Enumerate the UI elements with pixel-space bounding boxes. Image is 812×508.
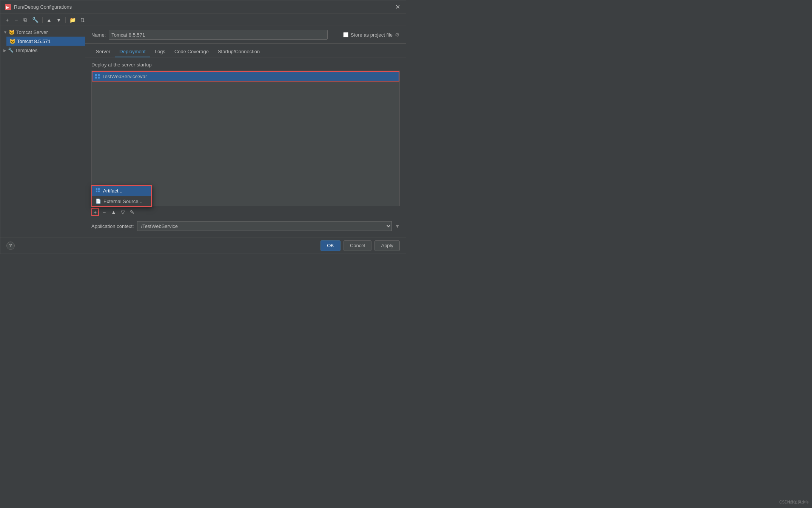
title-bar: ▶ Run/Debug Configurations ✕ (0, 0, 406, 14)
app-icon: ▶ (5, 4, 11, 10)
tab-code-coverage[interactable]: Code Coverage (170, 46, 213, 57)
tree-group-tomcat-server[interactable]: ▼ 🐱 Tomcat Server (0, 28, 85, 37)
dropdown-external-label: External Source... (103, 199, 142, 204)
svg-rect-8 (96, 191, 97, 192)
tab-logs[interactable]: Logs (150, 46, 170, 57)
deploy-item-label: TestWebService:war (102, 74, 147, 79)
tomcat-server-icon: 🐱 (9, 29, 15, 35)
svg-rect-7 (98, 188, 100, 190)
deploy-section-label: Deploy at the server startup (91, 62, 400, 68)
tomcat-server-label: Tomcat Server (16, 29, 48, 35)
tab-startup-connection[interactable]: Startup/Connection (213, 46, 264, 57)
remove-config-button[interactable]: − (12, 16, 20, 24)
tab-deployment[interactable]: Deployment (115, 46, 150, 57)
svg-text:▶: ▶ (6, 5, 9, 9)
app-context-select[interactable]: /TestWebService (137, 221, 392, 231)
right-panel: Name: Store as project file ⚙ Server Dep… (85, 26, 406, 237)
add-deploy-button[interactable]: + (91, 208, 99, 216)
svg-rect-4 (95, 77, 97, 79)
svg-rect-3 (98, 74, 100, 76)
deploy-item-testwebservice[interactable]: TestWebService:war (92, 71, 399, 82)
add-config-button[interactable]: + (3, 16, 11, 24)
folder-button[interactable]: 📁 (68, 16, 77, 24)
toolbar: + − ⧉ 🔧 ▲ ▼ 📁 ⇅ (0, 14, 406, 26)
ok-button[interactable]: OK (320, 240, 341, 251)
artifact-icon (95, 74, 100, 79)
remove-deploy-button[interactable]: − (100, 208, 108, 216)
app-context-dropdown-arrow[interactable]: ▼ (395, 223, 400, 229)
move-up-deploy-button[interactable]: ▲ (109, 208, 118, 216)
svg-rect-9 (98, 191, 100, 192)
tree-item-tomcat-instance[interactable]: 🐱 Tomcat 8.5.571 (6, 37, 85, 46)
apply-button[interactable]: Apply (374, 240, 400, 251)
templates-arrow: ▶ (3, 48, 6, 52)
store-gear-icon[interactable]: ⚙ (395, 32, 400, 38)
main-content: ▼ 🐱 Tomcat Server 🐱 Tomcat 8.5.571 ▶ 🔧 T… (0, 26, 406, 237)
svg-rect-6 (96, 188, 97, 190)
app-context-label: Application context: (91, 223, 134, 229)
title-bar-left: ▶ Run/Debug Configurations (5, 4, 72, 10)
copy-config-button[interactable]: ⧉ (22, 16, 29, 24)
artifact-dropdown-icon (96, 188, 101, 193)
dropdown-item-artifact[interactable]: Artifact... (92, 185, 151, 196)
templates-label: Templates (15, 48, 37, 53)
settings-config-button[interactable]: 🔧 (31, 16, 40, 24)
move-down-deploy-button[interactable]: ▽ (119, 208, 127, 216)
templates-icon: 🔧 (8, 48, 14, 53)
store-project-checkbox[interactable] (343, 32, 348, 37)
move-down-button[interactable]: ▼ (55, 16, 63, 24)
dialog-title: Run/Debug Configurations (14, 4, 72, 10)
tomcat-instance-icon: 🐱 (9, 38, 15, 44)
move-up-button[interactable]: ▲ (45, 16, 53, 24)
close-button[interactable]: ✕ (394, 3, 401, 11)
footer-left: ? (6, 242, 15, 250)
name-label: Name: (91, 32, 106, 38)
toolbar-separator-2 (65, 17, 66, 23)
name-input[interactable] (109, 30, 328, 40)
tab-content-deployment: Deploy at the server startup Tes (85, 57, 406, 237)
tomcat-instance-label: Tomcat 8.5.571 (17, 38, 51, 44)
tree-item-templates[interactable]: ▶ 🔧 Templates (0, 46, 85, 55)
tabs-row: Server Deployment Logs Code Coverage Sta… (85, 44, 406, 57)
store-project-label: Store as project file (351, 32, 393, 38)
help-button[interactable]: ? (6, 242, 15, 250)
left-panel: ▼ 🐱 Tomcat Server 🐱 Tomcat 8.5.571 ▶ 🔧 T… (0, 26, 85, 237)
tree-arrow-expand: ▼ (3, 30, 7, 34)
external-source-icon: 📄 (96, 199, 101, 204)
name-row: Name: Store as project file ⚙ (85, 26, 406, 44)
add-dropdown-menu: Artifact... 📄 External Source... (91, 185, 152, 207)
run-debug-dialog: ▶ Run/Debug Configurations ✕ + − ⧉ 🔧 ▲ ▼… (0, 0, 406, 254)
tab-server[interactable]: Server (91, 46, 115, 57)
dropdown-item-external-source[interactable]: 📄 External Source... (92, 196, 151, 206)
add-deploy-container: + (91, 208, 99, 216)
bottom-toolbar: + (91, 206, 400, 218)
deploy-details-row: Application context: /TestWebService ▼ (91, 218, 400, 232)
toolbar-separator-1 (42, 17, 43, 23)
footer: ? OK Cancel Apply (0, 237, 406, 254)
footer-right: OK Cancel Apply (320, 240, 400, 251)
svg-rect-5 (98, 77, 100, 79)
sort-button[interactable]: ⇅ (79, 16, 86, 24)
dropdown-artifact-label: Artifact... (103, 188, 122, 194)
svg-rect-2 (95, 74, 97, 76)
edit-deploy-button[interactable]: ✎ (128, 208, 136, 216)
store-project-container: Store as project file ⚙ (343, 32, 400, 38)
cancel-button[interactable]: Cancel (344, 240, 371, 251)
